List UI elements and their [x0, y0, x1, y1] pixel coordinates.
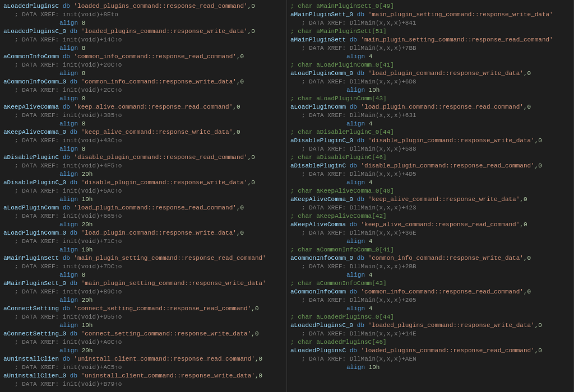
xref-line: ; DATA XREF: DllMain(x,x,x)+841	[290, 19, 570, 27]
xref-line: ; DATA XREF: DllMain(x,x,x)+2BB	[290, 263, 570, 271]
xref-line: ; DATA XREF: DllMain(x,x,x)+588	[290, 145, 570, 153]
xref-line: ; DATA XREF: init(void)+B79↑o	[3, 380, 283, 389]
xref-line: ; DATA XREF: init(void)+955↑o	[3, 313, 283, 321]
xref-line: ; DATA XREF: DllMain(x,x,x)+AEN	[290, 355, 570, 363]
align-line: align 10h	[3, 321, 283, 330]
xref-line: ; DATA XREF: init(void)+2CC↑o	[3, 86, 283, 95]
align-line: align 8	[3, 44, 283, 53]
code-line: aConnectSetting db 'connect_setting_comm…	[3, 305, 283, 313]
code-line: aConnectSetting_0 db 'connect_setting_co…	[3, 330, 283, 338]
xref-line: ; DATA XREF: init(void)+665↑o	[3, 212, 283, 221]
comment-line: ; char aDisablePluginC[46]	[290, 153, 570, 162]
align-line: align 4	[290, 271, 570, 279]
code-line: aCommonInfoComm db 'common_info_command:…	[290, 288, 570, 296]
xref-line: ; DATA XREF: init(void)+AC5↑o	[3, 363, 283, 372]
comment-line: ; char aKeepAliveComma[42]	[290, 212, 570, 221]
align-line: align 8	[3, 19, 283, 27]
xref-line: ; DATA XREF: init(void)+7DC↑o	[3, 263, 283, 271]
xref-line: ; DATA XREF: init(void)+43C↑o	[3, 137, 283, 145]
code-line: aKeepAliveComma db 'keep_alive_command::…	[3, 103, 283, 111]
align-line: align 10h	[290, 363, 570, 372]
comment-line: ; char aLoadedPluginsC[46]	[290, 338, 570, 347]
align-line: align 4	[290, 53, 570, 61]
code-line: aKeepAliveComma_0 db 'keep_alive_command…	[3, 128, 283, 137]
comment-line: ; char aCommonInfoComm[43]	[290, 279, 570, 288]
code-line: aLoadedPluginsC db 'loaded_plugins_comma…	[290, 347, 570, 355]
xref-line: ; DATA XREF: DllMain(x,x,x)+4D5	[290, 170, 570, 179]
comment-line: ; char aKeepAliveComma_0[40]	[290, 187, 570, 195]
comment-line: ; char aMainPluginSett[51]	[290, 27, 570, 36]
code-line: aLoadedPluginsC db 'loaded_plugins_comma…	[3, 2, 283, 11]
code-line: aMainPluginSett_0 db 'main_plugin_settin…	[290, 11, 570, 19]
code-line: aMainPluginSett db 'main_plugin_setting_…	[290, 36, 570, 44]
xref-line: ; DATA XREF: init(void)+A0C↑o	[3, 338, 283, 347]
code-line: aDisablePluginC_0 db 'disable_plugin_com…	[290, 137, 570, 145]
xref-line: ; DATA XREF: init(void)+4F5↑o	[3, 162, 283, 170]
align-line: align 20h	[3, 170, 283, 179]
align-line: align 10h	[3, 195, 283, 204]
align-line: align 20h	[3, 221, 283, 229]
code-line: aUninstallClien db 'uninstall_client_com…	[3, 355, 283, 363]
align-line: align 20h	[3, 296, 283, 305]
code-line: aDisablePluginC db 'disable_plugin_comma…	[3, 153, 283, 162]
xref-line: ; DATA XREF: init(void)+385↑o	[3, 111, 283, 120]
xref-line: ; DATA XREF: init(void)+8Eto	[3, 11, 283, 19]
align-line: align 8	[3, 95, 283, 103]
align-line: align 4	[290, 179, 570, 187]
code-line: aLoadPluginComm_0 db 'load_plugin_comman…	[3, 229, 283, 237]
left-panel: aLoadedPluginsC db 'loaded_plugins_comma…	[0, 0, 287, 392]
align-line: align 8	[3, 145, 283, 153]
code-line: aKeepAliveComma_0 db 'keep_alive_command…	[290, 195, 570, 204]
code-line: aKeepAliveComma db 'keep_alive_command::…	[290, 221, 570, 229]
xref-line: ; DATA XREF: DllMain(x,x,x)+6D8	[290, 78, 570, 86]
xref-line: ; DATA XREF: init(void)+20C↑o	[3, 61, 283, 69]
code-line: aLoadPluginComm_0 db 'load_plugin_comman…	[290, 69, 570, 78]
xref-line: ; DATA XREF: init(void)+71C↑o	[3, 237, 283, 246]
code-line: aLoadedPluginsC_0 db 'loaded_plugins_com…	[3, 27, 283, 36]
align-line: align 4	[290, 237, 570, 246]
code-line: aMainPluginSett db 'main_plugin_setting_…	[3, 254, 283, 263]
comment-line: ; char aMainPluginSett_0[49]	[290, 2, 570, 11]
align-line: align 10h	[3, 246, 283, 254]
xref-line: ; DATA XREF: DllMain(x,x,x)+423	[290, 204, 570, 212]
code-line: aDisablePluginC_0 db 'disable_plugin_com…	[3, 179, 283, 187]
xref-line: ; DATA XREF: DllMain(x,x,x)+14E	[290, 330, 570, 338]
comment-line: ; char aCommonInfoComm_0[41]	[290, 246, 570, 254]
xref-line: ; DATA XREF: init(void)+5AC↑o	[3, 187, 283, 195]
code-line: aCommonInfoComm_0 db 'common_info_comman…	[3, 78, 283, 86]
align-line: align 4	[290, 305, 570, 313]
align-line: align 8	[3, 69, 283, 78]
code-line: aLoadPluginComm db 'load_plugin_command:…	[3, 204, 283, 212]
code-line: aLoadPluginComm db 'load_plugin_command:…	[290, 103, 570, 111]
code-line: aCommonInfoComm_0 db 'common_info_comman…	[290, 254, 570, 263]
align-line: align 10h	[290, 86, 570, 95]
code-line: aMainPluginSett_0 db 'main_plugin_settin…	[3, 279, 283, 288]
code-line: aDisablePluginC db 'disable_plugin_comma…	[290, 162, 570, 170]
comment-line: ; char aLoadedPluginsC_0[44]	[290, 313, 570, 321]
code-line: aLoadedPluginsC_0 db 'loaded_plugins_com…	[290, 321, 570, 330]
xref-line: ; DATA XREF: init(void)+89C↑o	[3, 288, 283, 296]
xref-line: ; DATA XREF: init(void)+14C↑o	[3, 36, 283, 44]
comment-line: ; char aDisablePluginC_0[44]	[290, 128, 570, 137]
xref-line: ; DATA XREF: DllMain(x,x,x)+205	[290, 296, 570, 305]
align-line: align 8	[3, 120, 283, 128]
xref-line: ; DATA XREF: DllMain(x,x,x)+36E	[290, 229, 570, 237]
align-line: align 20h	[3, 347, 283, 355]
xref-line: ; DATA XREF: DllMain(x,x,x)+7BB	[290, 44, 570, 53]
comment-line: ; char aLoadPluginComm_0[41]	[290, 61, 570, 69]
right-panel: ; char aMainPluginSett_0[49]aMainPluginS…	[287, 0, 574, 392]
xref-line: ; DATA XREF: DllMain(x,x,x)+631	[290, 111, 570, 120]
comment-line: ; char aLoadPluginComm[43]	[290, 95, 570, 103]
align-line: align 8	[3, 271, 283, 279]
code-line: aCommonInfoComm db 'common_info_command:…	[3, 53, 283, 61]
code-line: aUninstallClien_0 db 'uninstall_client_c…	[3, 372, 283, 380]
align-line: align 4	[290, 120, 570, 128]
